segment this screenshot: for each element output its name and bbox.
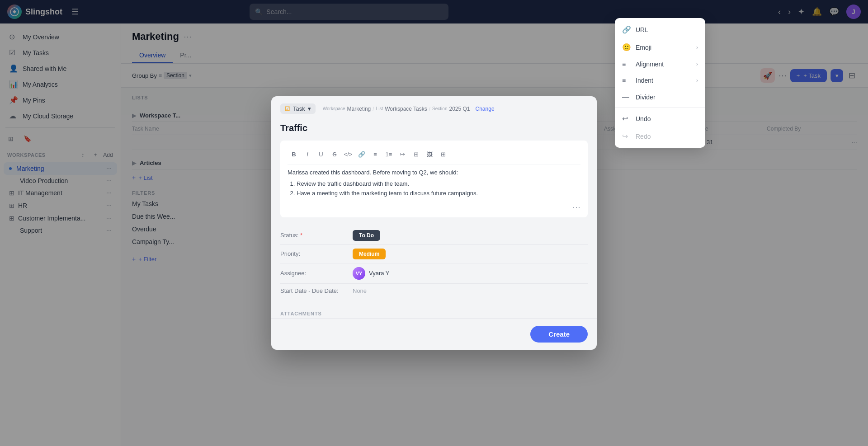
editor-underline-btn[interactable]: U	[315, 148, 327, 160]
dates-label: Start Date - Due Date:	[280, 287, 353, 294]
breadcrumb-workspace-value: Marketing	[347, 106, 371, 112]
task-icon: ☑	[285, 105, 290, 112]
undo-icon: ↩	[622, 114, 630, 123]
create-button[interactable]: Create	[530, 326, 588, 343]
context-menu-item-indent[interactable]: ≡ Indent ›	[615, 72, 705, 89]
emoji-icon: 🙂	[622, 43, 630, 52]
task-type-chevron: ▾	[308, 105, 311, 112]
context-menu-item-divider[interactable]: — Divider	[615, 89, 705, 106]
field-row-status: Status: * To Do	[280, 226, 588, 245]
status-required: *	[300, 232, 302, 239]
field-row-assignee: Assignee: VY Vyara Y	[280, 263, 588, 284]
editor-table-btn[interactable]: ⊞	[437, 148, 449, 160]
status-label: Status: *	[280, 232, 353, 239]
editor-image-btn[interactable]: 🖼	[423, 148, 436, 160]
editor-text: Marissa created this dashboard. Before m…	[288, 168, 580, 198]
context-menu: 🔗 URL 🙂 Emoji › ≡ Alignment › ≡ Indent ›…	[615, 18, 705, 148]
divider-icon: —	[622, 93, 630, 101]
attachments-section-header: ATTACHMENTS	[271, 305, 597, 318]
editor-code-btn[interactable]: </>	[342, 148, 354, 160]
task-type-button[interactable]: ☑ Task ▾	[280, 103, 316, 114]
context-menu-label: Alignment	[636, 61, 664, 68]
breadcrumb-list-label: List	[376, 106, 383, 111]
context-menu-item-redo[interactable]: ↪ Redo	[615, 127, 705, 145]
editor-ordered-list-btn[interactable]: 1≡	[382, 148, 395, 160]
editor-content[interactable]: Marissa created this dashboard. Before m…	[288, 168, 580, 198]
assignee-avatar: VY	[353, 267, 365, 280]
modal-overlay[interactable]: ☑ Task ▾ Workspace Marketing / List Work…	[0, 0, 868, 446]
context-menu-item-undo[interactable]: ↩ Undo	[615, 110, 705, 127]
editor-align-btn[interactable]: ⊞	[410, 148, 422, 160]
context-menu-label: Indent	[636, 77, 653, 84]
task-type-label: Task	[293, 105, 305, 112]
alignment-icon: ≡	[622, 61, 630, 68]
breadcrumb-change-button[interactable]: Change	[476, 106, 495, 112]
indent-arrow-icon: ›	[696, 77, 698, 84]
field-row-dates: Start Date - Due Date: None	[280, 284, 588, 298]
redo-icon: ↪	[622, 132, 630, 141]
editor-italic-btn[interactable]: I	[301, 148, 314, 160]
editor-indent-btn[interactable]: ↦	[396, 148, 409, 160]
breadcrumb-section-label: Section	[432, 106, 447, 111]
modal-editor: B I U S </> 🔗 ≡ 1≡ ↦ ⊞ 🖼 ⊞ Marissa creat…	[280, 141, 588, 217]
context-menu-label: URL	[636, 26, 648, 33]
editor-bold-btn[interactable]: B	[288, 148, 300, 160]
alignment-arrow-icon: ›	[696, 61, 698, 67]
editor-list-btn[interactable]: ≡	[369, 148, 382, 160]
context-menu-label: Redo	[636, 133, 651, 140]
editor-toolbar: B I U S </> 🔗 ≡ 1≡ ↦ ⊞ 🖼 ⊞	[288, 146, 580, 164]
editor-more-btn[interactable]: ⋯	[572, 202, 580, 212]
status-badge[interactable]: To Do	[353, 230, 380, 241]
breadcrumb-workspace-label: Workspace	[323, 106, 345, 111]
context-menu-label: Emoji	[636, 44, 651, 51]
context-menu-separator	[615, 108, 705, 108]
modal-breadcrumb: Workspace Marketing / List Workspace Tas…	[323, 106, 495, 112]
breadcrumb-section-value: 2025 Q1	[449, 106, 470, 112]
breadcrumb-list-value: Workspace Tasks	[385, 106, 427, 112]
dates-value: None	[353, 287, 367, 294]
task-modal: ☑ Task ▾ Workspace Marketing / List Work…	[271, 96, 597, 349]
modal-footer: Create	[271, 318, 597, 350]
context-menu-item-alignment[interactable]: ≡ Alignment ›	[615, 56, 705, 72]
assignee-row[interactable]: VY Vyara Y	[353, 267, 390, 280]
assignee-name: Vyara Y	[369, 270, 390, 277]
editor-more-area: ⋯	[288, 202, 580, 212]
context-menu-label: Undo	[636, 115, 651, 122]
assignee-label: Assignee:	[280, 270, 353, 277]
breadcrumb-sep-1: /	[373, 106, 374, 112]
field-row-priority: Priority: Medium	[280, 245, 588, 263]
modal-title-area	[271, 119, 597, 141]
priority-label: Priority:	[280, 250, 353, 257]
editor-strikethrough-btn[interactable]: S	[328, 148, 341, 160]
indent-icon: ≡	[622, 77, 630, 84]
context-menu-item-url[interactable]: 🔗 URL	[615, 21, 705, 38]
task-title-input[interactable]	[280, 123, 588, 133]
emoji-arrow-icon: ›	[696, 44, 698, 51]
editor-link-btn[interactable]: 🔗	[355, 148, 368, 160]
modal-fields: Status: * To Do Priority: Medium Assigne…	[271, 225, 597, 305]
context-menu-label: Divider	[636, 94, 656, 101]
priority-badge[interactable]: Medium	[353, 249, 386, 259]
breadcrumb-sep-2: /	[429, 106, 430, 112]
modal-header: ☑ Task ▾ Workspace Marketing / List Work…	[271, 96, 597, 119]
context-menu-item-emoji[interactable]: 🙂 Emoji ›	[615, 38, 705, 56]
url-icon: 🔗	[622, 25, 630, 34]
